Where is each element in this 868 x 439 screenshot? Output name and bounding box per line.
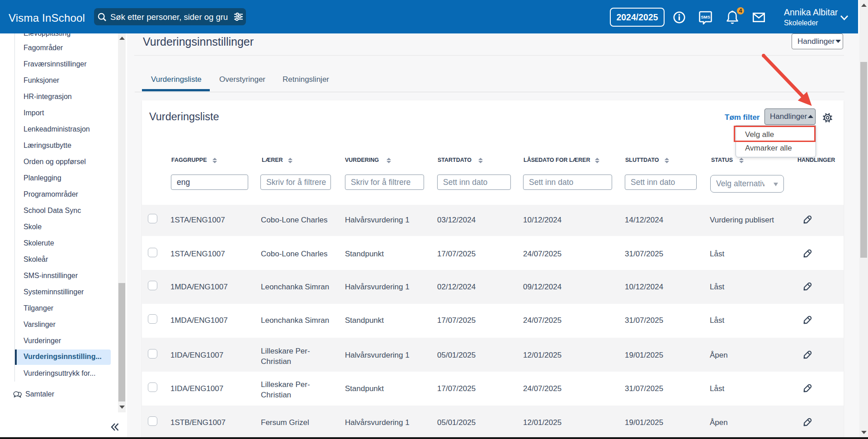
svg-text:SMS: SMS <box>701 14 710 19</box>
